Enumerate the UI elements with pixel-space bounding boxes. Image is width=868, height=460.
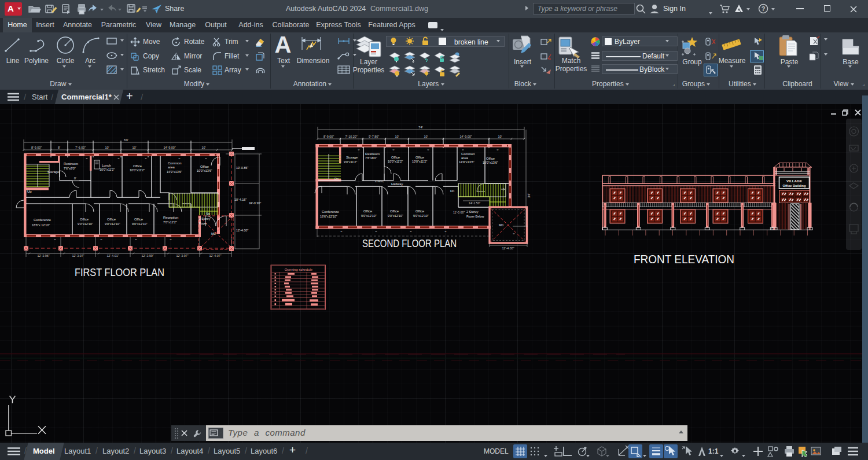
svg-text:w: w (86, 157, 88, 160)
svg-text:14'-9.00": 14'-9.00" (459, 135, 472, 138)
svg-text:Office Building: Office Building (783, 184, 806, 187)
svg-text:w: w (462, 148, 464, 151)
svg-text:Common: Common (168, 161, 182, 165)
svg-text:w: w (341, 230, 343, 233)
svg-text:w: w (205, 157, 207, 160)
svg-text:Storage: Storage (47, 170, 59, 174)
svg-text:w: w (54, 238, 56, 241)
svg-text:Office: Office (134, 218, 143, 221)
svg-text:VILLAGE: VILLAGE (786, 179, 802, 183)
svg-text:Office: Office (390, 209, 399, 213)
svg-text:Up: Up (206, 212, 210, 215)
svg-text:10': 10' (105, 146, 109, 149)
svg-text:Office: Office (391, 156, 400, 159)
svg-text:10'-4.16": 10'-4.16" (234, 198, 247, 201)
svg-text:10': 10' (132, 146, 136, 149)
svg-text:area: area (461, 156, 468, 160)
svg-text:14'-1.50": 14'-1.50" (469, 201, 481, 205)
svg-text:SECOND FLOOR PLAN: SECOND FLOOR PLAN (362, 238, 457, 249)
svg-text:MD: MD (211, 232, 216, 235)
svg-text:FRONT ELEVATION: FRONT ELEVATION (634, 253, 734, 266)
svg-text:Office: Office (363, 209, 372, 213)
svg-text:Up: Up (27, 190, 32, 193)
svg-text:Reception: Reception (163, 216, 178, 219)
svg-text:12'-4.00": 12'-4.00" (502, 246, 514, 250)
svg-text:12'-3.97": 12'-3.97" (176, 254, 188, 257)
svg-text:14'9"x13'6": 14'9"x13'6" (459, 160, 475, 164)
svg-text:2 Storey: 2 Storey (466, 210, 479, 214)
svg-text:w: w (393, 148, 395, 151)
svg-text:9'-7.80": 9'-7.80" (369, 135, 379, 138)
svg-text:10'0"x11'2": 10'0"x11'2" (130, 168, 145, 172)
svg-text:?: ? (762, 5, 766, 12)
svg-text:Dn: Dn (334, 177, 339, 181)
svg-text:69': 69' (124, 138, 128, 142)
svg-text:10'0"x11'2": 10'0"x11'2" (412, 160, 427, 163)
svg-text:9'0"x12'10": 9'0"x12'10" (361, 214, 377, 218)
svg-text:10'0"x11'2": 10'0"x11'2" (388, 160, 403, 163)
svg-text:12'-4.07": 12'-4.07" (209, 254, 221, 257)
svg-text:Foyer Below: Foyer Below (466, 215, 484, 218)
svg-text:w: w (410, 230, 412, 233)
svg-text:w: w (428, 148, 429, 151)
svg-text:Lunch: Lunch (102, 164, 111, 167)
svg-text:w: w (445, 230, 447, 233)
svg-text:w: w (145, 157, 147, 160)
svg-text:10'0"x13'6": 10'0"x13'6" (197, 169, 212, 172)
svg-text:12'-4.01": 12'-4.01" (106, 254, 119, 257)
svg-text:2 Storey: 2 Storey (199, 217, 211, 220)
svg-text:8': 8' (58, 146, 60, 149)
svg-text:10': 10' (201, 146, 205, 149)
svg-text:34'-0.30": 34'-0.30" (249, 201, 261, 205)
svg-text:Opening schedule: Opening schedule (285, 268, 313, 271)
svg-text:14'9"x13'6": 14'9"x13'6" (167, 170, 182, 174)
svg-text:10'-0.85": 10'-0.85" (236, 166, 248, 170)
svg-text:w: w (376, 230, 377, 233)
svg-text:12'-3.97": 12'-3.97" (72, 254, 84, 257)
svg-text:10': 10' (424, 135, 428, 138)
svg-text:w: w (179, 157, 181, 160)
svg-text:7'-10.20": 7'-10.20" (345, 135, 357, 138)
svg-text:w: w (513, 232, 515, 235)
svg-text:9'0"x12'10": 9'0"x12'10" (388, 214, 403, 218)
svg-text:w: w (170, 238, 172, 241)
svg-text:Office: Office (80, 218, 89, 221)
svg-text:Foyer: Foyer (199, 222, 207, 225)
svg-text:12'-3.99": 12'-3.99" (141, 254, 153, 257)
svg-text:Hallway: Hallway (391, 182, 403, 186)
svg-text:Conference: Conference (34, 218, 51, 222)
svg-text:w: w (101, 238, 102, 241)
svg-text:9'0"x12'10": 9'0"x12'10" (105, 222, 120, 226)
svg-text:12'-3.96": 12'-3.96" (37, 254, 49, 257)
svg-text:w: w (118, 157, 120, 160)
svg-text:&#9650;: &#9650; (375, 180, 384, 183)
svg-text:7'6"x8'0": 7'6"x8'0" (365, 156, 377, 160)
svg-text:w: w (135, 238, 137, 241)
svg-text:Office: Office (200, 165, 209, 168)
svg-text:Office: Office (415, 156, 424, 159)
svg-text:FIRST FLOOR PLAN: FIRST FLOOR PLAN (75, 267, 164, 278)
svg-text:74': 74' (418, 126, 423, 129)
svg-text:w: w (497, 148, 499, 151)
svg-text:Conference: Conference (322, 210, 339, 214)
svg-text:0': 0' (74, 176, 76, 180)
svg-text:10': 10' (498, 135, 502, 138)
svg-text:Restroom: Restroom (64, 162, 78, 165)
svg-text:12'-4.00": 12'-4.00" (236, 229, 248, 232)
svg-text:Office: Office (133, 164, 142, 168)
svg-text:MD: MD (499, 223, 503, 227)
svg-text:10': 10' (395, 135, 399, 138)
svg-text:7'-6.00": 7'-6.00" (75, 146, 86, 149)
svg-text:34': 34' (527, 193, 531, 197)
svg-text:14'-9.00": 14'-9.00" (163, 146, 175, 149)
svg-text:Common: Common (461, 152, 475, 156)
svg-text:10'0"x11'2": 10'0"x11'2" (100, 168, 115, 171)
svg-text:Office: Office (415, 209, 424, 213)
svg-text:9'0"x12'10": 9'0"x12'10" (78, 222, 93, 226)
svg-text:16'6"x 12'10": 16'6"x 12'10" (32, 223, 50, 227)
svg-text:7'0"x12'2": 7'0"x12'2" (163, 220, 177, 224)
svg-text:11'-0.66": 11'-0.66" (453, 211, 465, 214)
svg-text:Restroom: Restroom (365, 152, 380, 156)
svg-text:Storage: Storage (346, 156, 358, 159)
svg-text:Dn: Dn (450, 189, 454, 193)
